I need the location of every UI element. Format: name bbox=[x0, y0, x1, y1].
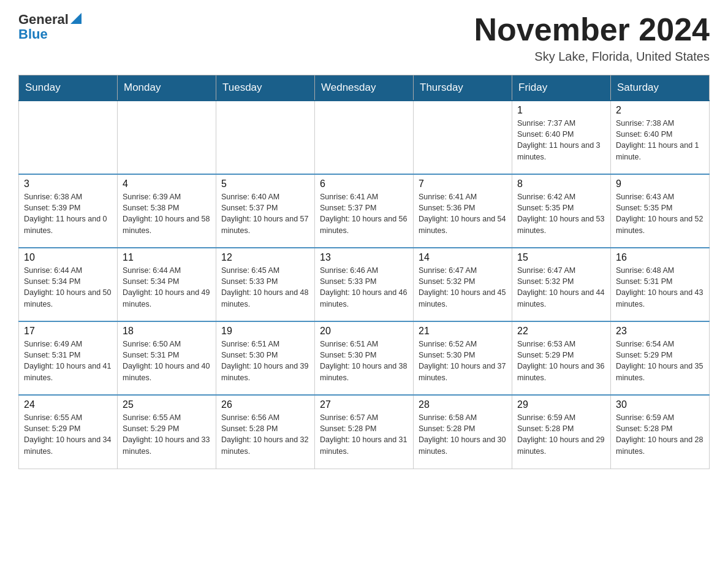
calendar-cell: 28Sunrise: 6:58 AMSunset: 5:28 PMDayligh… bbox=[414, 395, 512, 469]
day-number: 19 bbox=[221, 326, 309, 337]
calendar-cell: 19Sunrise: 6:51 AMSunset: 5:30 PMDayligh… bbox=[216, 321, 315, 395]
calendar-cell: 29Sunrise: 6:59 AMSunset: 5:28 PMDayligh… bbox=[512, 395, 611, 469]
day-info: Sunrise: 6:45 AMSunset: 5:33 PMDaylight:… bbox=[221, 265, 309, 310]
calendar-cell: 5Sunrise: 6:40 AMSunset: 5:37 PMDaylight… bbox=[216, 174, 315, 248]
calendar-cell bbox=[118, 101, 216, 174]
day-number: 7 bbox=[419, 178, 507, 190]
day-number: 24 bbox=[24, 399, 112, 410]
day-number: 28 bbox=[419, 399, 507, 410]
day-number: 23 bbox=[616, 326, 704, 337]
day-info: Sunrise: 6:43 AMSunset: 5:35 PMDaylight:… bbox=[616, 191, 704, 236]
day-info: Sunrise: 6:40 AMSunset: 5:37 PMDaylight:… bbox=[221, 191, 309, 236]
page-header: General Blue November 2024 Sky Lake, Flo… bbox=[18, 12, 710, 64]
day-info: Sunrise: 6:44 AMSunset: 5:34 PMDaylight:… bbox=[24, 265, 112, 310]
day-number: 13 bbox=[320, 252, 408, 263]
calendar-header-tuesday: Tuesday bbox=[216, 75, 315, 101]
logo: General Blue bbox=[18, 12, 82, 42]
calendar-cell: 25Sunrise: 6:55 AMSunset: 5:29 PMDayligh… bbox=[118, 395, 216, 469]
day-info: Sunrise: 6:47 AMSunset: 5:32 PMDaylight:… bbox=[419, 265, 507, 310]
day-number: 3 bbox=[24, 178, 112, 190]
calendar-cell: 8Sunrise: 6:42 AMSunset: 5:35 PMDaylight… bbox=[512, 174, 611, 248]
logo-general-text: General bbox=[18, 12, 69, 27]
location-subtitle: Sky Lake, Florida, United States bbox=[474, 50, 710, 64]
calendar-cell: 10Sunrise: 6:44 AMSunset: 5:34 PMDayligh… bbox=[19, 248, 118, 321]
day-number: 17 bbox=[24, 326, 112, 337]
day-number: 14 bbox=[419, 252, 507, 263]
logo-arrow-icon bbox=[70, 13, 82, 24]
day-number: 6 bbox=[320, 178, 408, 190]
day-number: 4 bbox=[123, 178, 211, 190]
day-number: 8 bbox=[517, 178, 605, 190]
day-info: Sunrise: 7:37 AMSunset: 6:40 PMDaylight:… bbox=[517, 118, 605, 163]
day-number: 27 bbox=[320, 399, 408, 410]
calendar-cell bbox=[216, 101, 315, 174]
day-info: Sunrise: 6:41 AMSunset: 5:37 PMDaylight:… bbox=[320, 191, 408, 236]
day-info: Sunrise: 6:55 AMSunset: 5:29 PMDaylight:… bbox=[24, 412, 112, 457]
calendar-cell bbox=[315, 101, 414, 174]
day-number: 25 bbox=[123, 399, 211, 410]
calendar-week-row: 17Sunrise: 6:49 AMSunset: 5:31 PMDayligh… bbox=[19, 321, 710, 395]
calendar-cell: 7Sunrise: 6:41 AMSunset: 5:36 PMDaylight… bbox=[414, 174, 512, 248]
calendar-cell: 17Sunrise: 6:49 AMSunset: 5:31 PMDayligh… bbox=[19, 321, 118, 395]
calendar-cell: 14Sunrise: 6:47 AMSunset: 5:32 PMDayligh… bbox=[414, 248, 512, 321]
day-info: Sunrise: 6:51 AMSunset: 5:30 PMDaylight:… bbox=[320, 339, 408, 383]
calendar-cell: 12Sunrise: 6:45 AMSunset: 5:33 PMDayligh… bbox=[216, 248, 315, 321]
day-number: 29 bbox=[517, 399, 605, 410]
calendar-cell: 1Sunrise: 7:37 AMSunset: 6:40 PMDaylight… bbox=[512, 101, 611, 174]
calendar-cell: 30Sunrise: 6:59 AMSunset: 5:28 PMDayligh… bbox=[611, 395, 710, 469]
calendar-cell: 22Sunrise: 6:53 AMSunset: 5:29 PMDayligh… bbox=[512, 321, 611, 395]
calendar-cell: 16Sunrise: 6:48 AMSunset: 5:31 PMDayligh… bbox=[611, 248, 710, 321]
day-info: Sunrise: 6:54 AMSunset: 5:29 PMDaylight:… bbox=[616, 339, 704, 383]
calendar-table: SundayMondayTuesdayWednesdayThursdayFrid… bbox=[18, 75, 710, 469]
day-info: Sunrise: 6:49 AMSunset: 5:31 PMDaylight:… bbox=[24, 339, 112, 383]
day-number: 1 bbox=[517, 105, 605, 116]
calendar-cell: 4Sunrise: 6:39 AMSunset: 5:38 PMDaylight… bbox=[118, 174, 216, 248]
day-info: Sunrise: 6:38 AMSunset: 5:39 PMDaylight:… bbox=[24, 191, 112, 236]
calendar-header-friday: Friday bbox=[512, 75, 611, 101]
day-info: Sunrise: 6:46 AMSunset: 5:33 PMDaylight:… bbox=[320, 265, 408, 310]
day-number: 12 bbox=[221, 252, 309, 263]
calendar-week-row: 1Sunrise: 7:37 AMSunset: 6:40 PMDaylight… bbox=[19, 101, 710, 174]
calendar-header-saturday: Saturday bbox=[611, 75, 710, 101]
day-info: Sunrise: 6:55 AMSunset: 5:29 PMDaylight:… bbox=[123, 412, 211, 457]
calendar-cell: 3Sunrise: 6:38 AMSunset: 5:39 PMDaylight… bbox=[19, 174, 118, 248]
calendar-cell: 26Sunrise: 6:56 AMSunset: 5:28 PMDayligh… bbox=[216, 395, 315, 469]
calendar-cell: 24Sunrise: 6:55 AMSunset: 5:29 PMDayligh… bbox=[19, 395, 118, 469]
day-number: 16 bbox=[616, 252, 704, 263]
calendar-cell: 2Sunrise: 7:38 AMSunset: 6:40 PMDaylight… bbox=[611, 101, 710, 174]
calendar-cell: 21Sunrise: 6:52 AMSunset: 5:30 PMDayligh… bbox=[414, 321, 512, 395]
calendar-week-row: 3Sunrise: 6:38 AMSunset: 5:39 PMDaylight… bbox=[19, 174, 710, 248]
day-info: Sunrise: 6:50 AMSunset: 5:31 PMDaylight:… bbox=[123, 339, 211, 383]
calendar-cell bbox=[19, 101, 118, 174]
calendar-week-row: 10Sunrise: 6:44 AMSunset: 5:34 PMDayligh… bbox=[19, 248, 710, 321]
svg-marker-0 bbox=[70, 13, 82, 24]
day-number: 5 bbox=[221, 178, 309, 190]
calendar-header-monday: Monday bbox=[118, 75, 216, 101]
day-info: Sunrise: 6:41 AMSunset: 5:36 PMDaylight:… bbox=[419, 191, 507, 236]
calendar-header-wednesday: Wednesday bbox=[315, 75, 414, 101]
calendar-cell: 9Sunrise: 6:43 AMSunset: 5:35 PMDaylight… bbox=[611, 174, 710, 248]
day-info: Sunrise: 6:59 AMSunset: 5:28 PMDaylight:… bbox=[517, 412, 605, 457]
day-info: Sunrise: 6:56 AMSunset: 5:28 PMDaylight:… bbox=[221, 412, 309, 457]
month-title: November 2024 bbox=[474, 12, 710, 47]
day-info: Sunrise: 6:53 AMSunset: 5:29 PMDaylight:… bbox=[517, 339, 605, 383]
day-number: 26 bbox=[221, 399, 309, 410]
day-number: 30 bbox=[616, 399, 704, 410]
calendar-cell: 13Sunrise: 6:46 AMSunset: 5:33 PMDayligh… bbox=[315, 248, 414, 321]
logo-blue-text: Blue bbox=[18, 26, 48, 42]
day-number: 20 bbox=[320, 326, 408, 337]
day-info: Sunrise: 6:48 AMSunset: 5:31 PMDaylight:… bbox=[616, 265, 704, 310]
day-info: Sunrise: 6:47 AMSunset: 5:32 PMDaylight:… bbox=[517, 265, 605, 310]
day-info: Sunrise: 6:52 AMSunset: 5:30 PMDaylight:… bbox=[419, 339, 507, 383]
calendar-header-thursday: Thursday bbox=[414, 75, 512, 101]
day-info: Sunrise: 6:44 AMSunset: 5:34 PMDaylight:… bbox=[123, 265, 211, 310]
calendar-cell: 18Sunrise: 6:50 AMSunset: 5:31 PMDayligh… bbox=[118, 321, 216, 395]
calendar-header-sunday: Sunday bbox=[19, 75, 118, 101]
calendar-header-row: SundayMondayTuesdayWednesdayThursdayFrid… bbox=[19, 75, 710, 101]
calendar-cell: 11Sunrise: 6:44 AMSunset: 5:34 PMDayligh… bbox=[118, 248, 216, 321]
day-number: 9 bbox=[616, 178, 704, 190]
calendar-cell: 15Sunrise: 6:47 AMSunset: 5:32 PMDayligh… bbox=[512, 248, 611, 321]
calendar-cell: 6Sunrise: 6:41 AMSunset: 5:37 PMDaylight… bbox=[315, 174, 414, 248]
day-info: Sunrise: 6:57 AMSunset: 5:28 PMDaylight:… bbox=[320, 412, 408, 457]
day-number: 11 bbox=[123, 252, 211, 263]
